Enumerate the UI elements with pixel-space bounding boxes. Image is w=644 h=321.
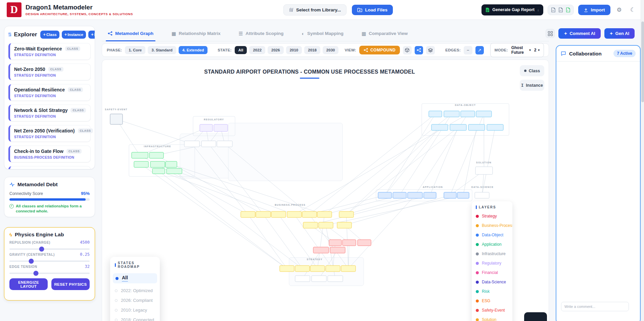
comment-ai-button[interactable]: ✦ Comment AI	[558, 28, 600, 39]
generate-gap-report-button[interactable]: Generate Gap Report ↓	[481, 4, 543, 15]
graph-node[interactable]	[201, 141, 216, 147]
graph-node[interactable]	[450, 124, 466, 130]
slider-track[interactable]	[9, 260, 90, 262]
graph-node[interactable]	[317, 211, 332, 217]
spreadsheet-file-icon[interactable]: x	[566, 7, 570, 12]
add-class-button[interactable]: + Class	[40, 31, 59, 39]
graph-node[interactable]	[457, 192, 469, 198]
canvas-overlay-button[interactable]	[524, 312, 547, 321]
graph-node[interactable]	[330, 247, 345, 253]
graph-node[interactable]	[378, 192, 392, 198]
explorer-item[interactable]: Operational ResilienceCLASSSTRATEGY DEFI…	[8, 84, 91, 101]
graph-node[interactable]	[134, 161, 148, 167]
slider-thumb[interactable]	[39, 247, 44, 252]
phase-button[interactable]: 3. Standard	[148, 46, 176, 54]
add-note-button[interactable]: + Note	[88, 31, 95, 39]
state-button[interactable]: 2022	[249, 46, 265, 54]
graph-node[interactable]	[319, 222, 333, 228]
graph-node[interactable]	[341, 266, 356, 272]
graph-node[interactable]	[476, 111, 492, 117]
graph-node[interactable]	[444, 111, 459, 117]
graph-node[interactable]	[468, 124, 485, 130]
graph-node[interactable]	[342, 240, 356, 246]
state-button[interactable]: 2026	[268, 46, 284, 54]
graph-node[interactable]	[149, 152, 164, 158]
select-from-library-button[interactable]: Select from Library...	[283, 4, 347, 15]
reset-physics-button[interactable]: RESET PHYSICS	[51, 278, 90, 290]
tab-metamodel-graph[interactable]: Metamodel Graph	[106, 26, 155, 41]
graph-node[interactable]	[487, 124, 503, 130]
graph-node[interactable]	[110, 114, 123, 124]
state-button[interactable]: 2030	[323, 46, 339, 54]
graph-node[interactable]	[287, 211, 302, 217]
graph-node[interactable]	[329, 240, 341, 246]
phase-button[interactable]: 1. Core	[125, 46, 145, 54]
graph-node[interactable]	[303, 222, 318, 228]
graph-node[interactable]	[444, 192, 456, 198]
layer-row[interactable]: Infrastructure	[476, 251, 508, 256]
explorer-item[interactable]: Baggage LogisticsCLASSBUSINESS-PROCESS D…	[8, 166, 91, 169]
layer-row[interactable]: Safety-Event	[476, 308, 508, 313]
graph-node[interactable]	[312, 276, 326, 282]
layer-row[interactable]: Financial	[476, 270, 508, 275]
legend-class-button[interactable]: Class	[520, 65, 544, 76]
doc-file-icon[interactable]: cs	[559, 7, 563, 12]
layer-row[interactable]: Business-Process	[476, 223, 508, 228]
view-compound-button[interactable]: COMPOUND	[359, 46, 400, 54]
explorer-item[interactable]: Net Zero 2050 (Verification)CLASSSTRATEG…	[8, 125, 91, 142]
explorer-item[interactable]: Check-in to Gate FlowCLASSBUSINESS-PROCE…	[8, 146, 91, 162]
load-files-button[interactable]: Load Files	[352, 5, 393, 15]
cube-view-icon[interactable]	[403, 46, 411, 54]
page-scrollbar[interactable]	[641, 0, 644, 321]
layer-row[interactable]: Regulatory	[476, 261, 508, 266]
graph-node[interactable]	[408, 192, 422, 198]
add-instance-button[interactable]: + Instance	[62, 31, 86, 39]
graph-node[interactable]	[200, 124, 213, 131]
state-roadmap-item[interactable]: 2018: Connected	[115, 317, 155, 321]
explorer-item[interactable]: Net-Zero 2050CLASSSTRATEGY DEFINITION	[8, 64, 91, 80]
tab-attribute-scoping[interactable]: ☰Attribute Scoping	[237, 26, 286, 41]
graph-node[interactable]	[337, 222, 352, 228]
energize-layout-button[interactable]: ENERGIZE LAYOUT	[9, 278, 48, 290]
graph-node[interactable]	[295, 266, 310, 272]
tab-comparative-view[interactable]: ▥Comparative View	[360, 26, 410, 41]
graph-node[interactable]	[328, 276, 343, 282]
graph-node[interactable]	[184, 141, 199, 147]
graph-node[interactable]	[256, 211, 271, 217]
graph-node[interactable]	[166, 161, 177, 167]
state-button[interactable]: 2010	[286, 46, 302, 54]
graph-node[interactable]	[310, 266, 325, 272]
state-button[interactable]: 2018	[304, 46, 320, 54]
slider-track[interactable]	[9, 248, 90, 250]
gen-ai-button[interactable]: ✦ Gen AI	[604, 28, 635, 39]
layer-row[interactable]: Data-Object	[476, 233, 508, 237]
layers-view-icon[interactable]	[426, 46, 435, 54]
graph-node[interactable]	[295, 276, 310, 282]
layer-row[interactable]: Application	[476, 242, 508, 247]
diagram-canvas[interactable]: SAFETY-EVENTREGULATORYINFRASTRUCTUREDATA…	[102, 59, 549, 321]
graph-node[interactable]	[313, 247, 329, 253]
graph-node[interactable]	[475, 192, 489, 198]
mode-select[interactable]: Ghost Future ▾	[511, 45, 531, 55]
graph-node[interactable]	[241, 211, 255, 217]
graph-node[interactable]	[132, 152, 148, 158]
graph-node[interactable]	[431, 124, 448, 130]
state-roadmap-item[interactable]: 2022: Optimized	[115, 288, 155, 293]
state-roadmap-item[interactable]: 2010: Legacy	[115, 308, 155, 313]
graph-node[interactable]	[302, 211, 317, 217]
graph-node[interactable]	[152, 168, 165, 174]
slider-thumb[interactable]	[33, 271, 38, 276]
graph-node[interactable]	[280, 266, 294, 272]
network-view-icon[interactable]	[415, 46, 423, 54]
graph-node[interactable]	[339, 211, 354, 217]
graph-node[interactable]	[461, 111, 475, 117]
state-roadmap-item[interactable]: All	[113, 273, 157, 283]
explorer-item[interactable]: Network & Slot StrategyCLASSSTRATEGY DEF…	[8, 105, 91, 121]
layer-row[interactable]: Data-Science	[476, 280, 508, 284]
phase-button[interactable]: 4. Extended	[179, 46, 208, 54]
edges-curved-button[interactable]: ↗	[475, 46, 484, 54]
graph-node[interactable]	[429, 111, 442, 117]
graph-node[interactable]	[167, 168, 182, 174]
dark-mode-moon-icon[interactable]: ☾	[628, 6, 637, 14]
scrollbar-thumb[interactable]	[641, 22, 644, 102]
